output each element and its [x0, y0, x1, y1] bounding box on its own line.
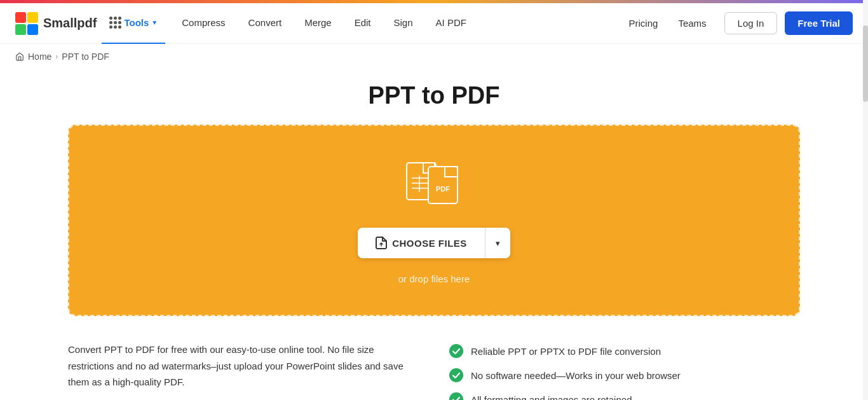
- choose-files-button[interactable]: CHOOSE FILES: [358, 228, 485, 258]
- nav-link-pricing[interactable]: Pricing: [619, 3, 668, 44]
- logo-text: Smallpdf: [43, 16, 97, 31]
- svg-point-13: [449, 392, 463, 400]
- feature-item-2: No software needed—Works in your web bro…: [449, 368, 800, 382]
- navbar: Smallpdf Tools ▼ Compress Convert Merge …: [0, 3, 868, 44]
- nav-link-convert[interactable]: Convert: [237, 3, 294, 44]
- free-trial-button[interactable]: Free Trial: [785, 11, 853, 35]
- description-section: Convert PPT to PDF for free with our eas…: [68, 341, 419, 400]
- scrollbar[interactable]: [863, 0, 868, 400]
- svg-rect-1: [27, 12, 38, 23]
- nav-links: Compress Convert Merge Edit Sign AI PDF: [170, 3, 618, 44]
- breadcrumb: Home › PPT to PDF: [0, 44, 868, 69]
- login-button[interactable]: Log In: [724, 12, 778, 34]
- page-title: PPT to PDF: [0, 69, 868, 125]
- svg-rect-3: [27, 24, 38, 35]
- feature-text-2: No software needed—Works in your web bro…: [471, 370, 681, 381]
- choose-files-dropdown-button[interactable]: ▾: [485, 228, 510, 258]
- file-icon-area: PDF: [405, 156, 463, 210]
- nav-link-compress[interactable]: Compress: [170, 3, 236, 44]
- breadcrumb-home-link[interactable]: Home: [28, 52, 51, 62]
- tools-chevron-icon: ▼: [151, 19, 158, 26]
- logo-icon: [15, 12, 38, 35]
- scrollbar-thumb[interactable]: [863, 25, 868, 102]
- check-circle-icon-2: [449, 368, 463, 382]
- check-circle-icon-3: [449, 392, 463, 400]
- features-section: Reliable PPT or PPTX to PDF file convers…: [449, 341, 800, 400]
- nav-right-links: Pricing Teams: [619, 3, 717, 44]
- svg-point-12: [449, 368, 463, 382]
- chevron-down-icon: ▾: [496, 238, 500, 248]
- feature-item-1: Reliable PPT or PPTX to PDF file convers…: [449, 344, 800, 358]
- nav-link-merge[interactable]: Merge: [293, 3, 343, 44]
- drop-text: or drop files here: [398, 273, 470, 284]
- ppt-to-pdf-icon: PDF: [405, 156, 463, 207]
- breadcrumb-separator: ›: [55, 52, 58, 61]
- nav-link-sign[interactable]: Sign: [383, 3, 424, 44]
- nav-link-edit[interactable]: Edit: [343, 3, 383, 44]
- home-icon: [15, 52, 24, 61]
- svg-text:PDF: PDF: [436, 185, 450, 193]
- svg-rect-2: [15, 24, 26, 35]
- choose-files-wrapper: CHOOSE FILES ▾: [358, 228, 510, 258]
- logo-link[interactable]: Smallpdf: [15, 12, 97, 35]
- description-text: Convert PPT to PDF for free with our eas…: [68, 341, 419, 390]
- tools-label: Tools: [124, 17, 149, 28]
- grid-icon: [109, 17, 121, 29]
- nav-link-teams[interactable]: Teams: [668, 3, 716, 44]
- tools-button[interactable]: Tools ▼: [102, 3, 165, 44]
- upload-drop-zone[interactable]: PDF CHOOSE FILES ▾ or drop files here: [68, 125, 800, 316]
- feature-text-1: Reliable PPT or PPTX to PDF file convers…: [471, 346, 661, 357]
- feature-text-3: All formatting and images are retained: [471, 394, 632, 401]
- bottom-content: Convert PPT to PDF for free with our eas…: [53, 336, 815, 400]
- svg-point-11: [449, 344, 463, 358]
- check-circle-icon-1: [449, 344, 463, 358]
- nav-link-ai-pdf[interactable]: AI PDF: [424, 3, 478, 44]
- nav-right: Pricing Teams Log In Free Trial: [619, 3, 853, 44]
- feature-item-3: All formatting and images are retained: [449, 392, 800, 400]
- choose-files-label: CHOOSE FILES: [392, 238, 467, 249]
- svg-rect-0: [15, 12, 26, 23]
- file-upload-icon: [376, 237, 387, 249]
- upload-container: PDF CHOOSE FILES ▾ or drop files here: [53, 125, 815, 336]
- breadcrumb-current: PPT to PDF: [62, 52, 109, 62]
